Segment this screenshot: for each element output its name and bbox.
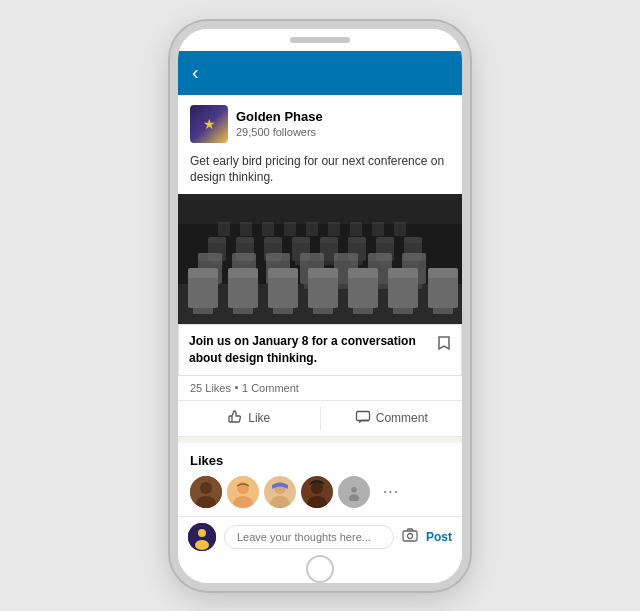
app-header: ‹ xyxy=(178,51,462,95)
card-caption-text: Join us on January 8 for a conversation … xyxy=(189,333,437,367)
svg-rect-78 xyxy=(356,411,369,420)
svg-point-89 xyxy=(311,482,323,494)
like-button[interactable]: Like xyxy=(178,401,320,436)
svg-rect-60 xyxy=(353,308,373,314)
svg-rect-51 xyxy=(233,308,253,314)
avatar-1 xyxy=(190,476,222,508)
camera-icon[interactable] xyxy=(402,528,418,545)
company-logo-inner: ★ xyxy=(190,105,228,143)
svg-rect-61 xyxy=(348,268,378,278)
svg-rect-7 xyxy=(236,237,254,243)
svg-rect-70 xyxy=(262,222,274,236)
post-image xyxy=(178,194,462,324)
svg-rect-71 xyxy=(284,222,296,236)
svg-rect-63 xyxy=(393,308,413,314)
likes-count: 25 Likes xyxy=(190,382,231,394)
svg-point-92 xyxy=(351,487,357,493)
svg-rect-25 xyxy=(404,237,422,243)
svg-rect-46 xyxy=(402,253,426,261)
back-button[interactable]: ‹ xyxy=(192,61,199,84)
company-logo: ★ xyxy=(190,105,228,143)
likes-title: Likes xyxy=(190,453,450,468)
svg-rect-54 xyxy=(273,308,293,314)
logo-icon: ★ xyxy=(203,116,216,132)
company-header: ★ Golden Phase 29,500 followers xyxy=(178,95,462,149)
svg-rect-97 xyxy=(403,531,417,541)
post-button[interactable]: Post xyxy=(426,530,452,544)
like-label: Like xyxy=(248,411,270,425)
svg-rect-76 xyxy=(394,222,406,236)
phone-shell: ‹ ★ Golden Phase 29,500 followers Get ea… xyxy=(170,21,470,591)
more-avatars-button[interactable]: ··· xyxy=(375,476,407,508)
engagement-count: 25 Likes 1 Comment xyxy=(178,376,462,400)
company-name: Golden Phase xyxy=(236,109,323,126)
separator xyxy=(235,386,238,389)
phone-speaker xyxy=(290,37,350,43)
svg-rect-77 xyxy=(178,194,462,224)
svg-rect-52 xyxy=(228,268,258,278)
company-info: Golden Phase 29,500 followers xyxy=(236,109,323,138)
content-area: ★ Golden Phase 29,500 followers Get earl… xyxy=(178,95,462,555)
comment-label: Comment xyxy=(376,411,428,425)
svg-rect-69 xyxy=(240,222,252,236)
phone-bottom xyxy=(178,555,462,583)
comment-button[interactable]: Comment xyxy=(321,401,463,436)
phone-top xyxy=(178,29,462,51)
svg-rect-74 xyxy=(350,222,362,236)
avatar-placeholder xyxy=(338,476,370,508)
svg-rect-4 xyxy=(208,237,226,243)
company-followers: 29,500 followers xyxy=(236,126,323,138)
avatar-3 xyxy=(264,476,296,508)
post-text: Get early bird pricing for our next conf… xyxy=(178,149,462,195)
svg-rect-34 xyxy=(266,253,290,261)
comment-icon xyxy=(355,409,371,428)
avatar-4 xyxy=(301,476,333,508)
comments-count: 1 Comment xyxy=(242,382,299,394)
svg-rect-31 xyxy=(232,253,256,261)
svg-rect-64 xyxy=(388,268,418,278)
comment-input[interactable] xyxy=(224,525,394,549)
svg-rect-48 xyxy=(193,308,213,314)
comment-input-row: Post xyxy=(178,516,462,555)
svg-rect-43 xyxy=(368,253,392,261)
svg-rect-67 xyxy=(428,268,458,278)
action-buttons: Like Comment xyxy=(178,400,462,437)
svg-rect-57 xyxy=(313,308,333,314)
svg-point-95 xyxy=(198,529,206,537)
avatar-2 xyxy=(227,476,259,508)
svg-rect-66 xyxy=(433,308,453,314)
bookmark-icon[interactable] xyxy=(437,335,451,354)
svg-rect-49 xyxy=(188,268,218,278)
svg-rect-10 xyxy=(264,237,282,243)
svg-rect-19 xyxy=(348,237,366,243)
svg-rect-28 xyxy=(198,253,222,261)
svg-rect-73 xyxy=(328,222,340,236)
card-caption: Join us on January 8 for a conversation … xyxy=(178,324,462,376)
chairs-illustration xyxy=(178,194,462,324)
svg-rect-55 xyxy=(268,268,298,278)
svg-rect-16 xyxy=(320,237,338,243)
svg-rect-13 xyxy=(292,237,310,243)
svg-rect-68 xyxy=(218,222,230,236)
svg-point-98 xyxy=(407,534,412,539)
svg-point-96 xyxy=(195,540,209,550)
svg-rect-72 xyxy=(306,222,318,236)
svg-rect-37 xyxy=(300,253,324,261)
svg-point-80 xyxy=(200,482,212,494)
avatars-row: ··· xyxy=(190,476,450,508)
svg-rect-40 xyxy=(334,253,358,261)
post-card: ★ Golden Phase 29,500 followers Get earl… xyxy=(178,95,462,437)
home-button[interactable] xyxy=(306,555,334,583)
like-icon xyxy=(227,409,243,428)
svg-rect-22 xyxy=(376,237,394,243)
svg-rect-15 xyxy=(323,261,335,265)
svg-rect-58 xyxy=(308,268,338,278)
svg-rect-75 xyxy=(372,222,384,236)
user-mini-avatar xyxy=(188,523,216,551)
likes-section: Likes xyxy=(178,437,462,516)
